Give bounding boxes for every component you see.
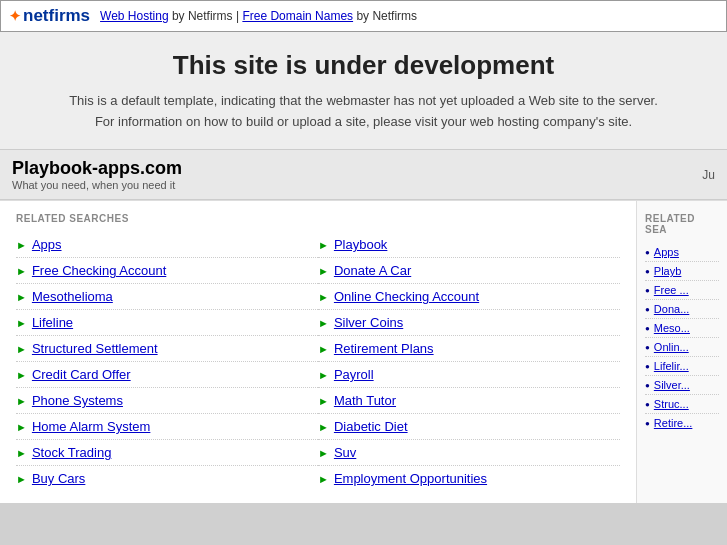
search-item: ►Math Tutor	[318, 388, 620, 414]
search-link[interactable]: Lifeline	[32, 315, 73, 330]
right-search-link[interactable]: Dona...	[654, 303, 689, 315]
arrow-icon: ►	[16, 421, 27, 433]
right-search-item: ●Free ...	[645, 281, 719, 300]
arrow-icon: ►	[318, 265, 329, 277]
logo-star: ✦	[9, 8, 21, 24]
under-dev-para2: For information on how to build or uploa…	[20, 114, 707, 129]
right-search-item: ●Retire...	[645, 414, 719, 432]
right-search-link[interactable]: Struc...	[654, 398, 689, 410]
search-item: ►Phone Systems	[16, 388, 318, 414]
search-item: ►Retirement Plans	[318, 336, 620, 362]
search-link[interactable]: Buy Cars	[32, 471, 85, 486]
search-link[interactable]: Apps	[32, 237, 62, 252]
arrow-icon: ►	[16, 239, 27, 251]
right-search-link[interactable]: Playb	[654, 265, 682, 277]
logo-text: netfirms	[23, 6, 90, 26]
web-hosting-link[interactable]: Web Hosting	[100, 9, 168, 23]
search-link[interactable]: Online Checking Account	[334, 289, 479, 304]
netfirms-logo[interactable]: ✦ netfirms	[9, 6, 90, 26]
search-item: ►Playbook	[318, 232, 620, 258]
left-panel: RELATED SEARCHES ►Apps►Free Checking Acc…	[0, 201, 637, 503]
search-link[interactable]: Suv	[334, 445, 356, 460]
search-item: ►Home Alarm System	[16, 414, 318, 440]
small-dot-icon: ●	[645, 305, 650, 314]
right-search-item: ●Apps	[645, 243, 719, 262]
arrow-icon: ►	[16, 265, 27, 277]
search-item: ►Payroll	[318, 362, 620, 388]
arrow-icon: ►	[16, 473, 27, 485]
main-content: Playbook-apps.com What you need, when yo…	[0, 150, 727, 503]
search-item: ►Lifeline	[16, 310, 318, 336]
searches-columns: ►Apps►Free Checking Account►Mesothelioma…	[16, 232, 620, 491]
site-title: Playbook-apps.com	[12, 158, 182, 179]
search-item: ►Employment Opportunities	[318, 466, 620, 491]
arrow-icon: ►	[318, 317, 329, 329]
arrow-icon: ►	[318, 473, 329, 485]
search-link[interactable]: Mesothelioma	[32, 289, 113, 304]
arrow-icon: ►	[318, 343, 329, 355]
right-search-item: ●Onlin...	[645, 338, 719, 357]
search-link[interactable]: Stock Trading	[32, 445, 112, 460]
search-link[interactable]: Diabetic Diet	[334, 419, 408, 434]
under-development-section: This site is under development This is a…	[0, 32, 727, 150]
search-link[interactable]: Phone Systems	[32, 393, 123, 408]
search-item: ►Apps	[16, 232, 318, 258]
search-col-1: ►Apps►Free Checking Account►Mesothelioma…	[16, 232, 318, 491]
search-item: ►Mesothelioma	[16, 284, 318, 310]
arrow-icon: ►	[318, 421, 329, 433]
arrow-icon: ►	[16, 317, 27, 329]
right-search-link[interactable]: Silver...	[654, 379, 690, 391]
search-link[interactable]: Free Checking Account	[32, 263, 166, 278]
site-header-left: Playbook-apps.com What you need, when yo…	[12, 158, 182, 191]
right-items: ●Apps●Playb●Free ...●Dona...●Meso...●Onl…	[645, 243, 719, 432]
small-dot-icon: ●	[645, 286, 650, 295]
site-header-right: Ju	[702, 168, 715, 182]
related-searches-label: RELATED SEARCHES	[16, 213, 620, 224]
search-item: ►Buy Cars	[16, 466, 318, 491]
search-link[interactable]: Playbook	[334, 237, 387, 252]
search-item: ►Diabetic Diet	[318, 414, 620, 440]
right-search-item: ●Playb	[645, 262, 719, 281]
right-search-item: ●Struc...	[645, 395, 719, 414]
search-link[interactable]: Structured Settlement	[32, 341, 158, 356]
search-link[interactable]: Payroll	[334, 367, 374, 382]
free-domain-link[interactable]: Free Domain Names	[242, 9, 353, 23]
search-link[interactable]: Credit Card Offer	[32, 367, 131, 382]
search-item: ►Suv	[318, 440, 620, 466]
right-related-label: RELATED SEA	[645, 213, 719, 235]
search-link[interactable]: Donate A Car	[334, 263, 411, 278]
right-panel: RELATED SEA ●Apps●Playb●Free ...●Dona...…	[637, 201, 727, 503]
banner-suffix: by Netfirms	[356, 9, 417, 23]
arrow-icon: ►	[16, 369, 27, 381]
arrow-icon: ►	[318, 291, 329, 303]
search-link[interactable]: Math Tutor	[334, 393, 396, 408]
right-search-link[interactable]: Meso...	[654, 322, 690, 334]
search-item: ►Credit Card Offer	[16, 362, 318, 388]
small-dot-icon: ●	[645, 324, 650, 333]
right-search-link[interactable]: Apps	[654, 246, 679, 258]
small-dot-icon: ●	[645, 343, 650, 352]
search-link[interactable]: Employment Opportunities	[334, 471, 487, 486]
search-link[interactable]: Home Alarm System	[32, 419, 150, 434]
small-dot-icon: ●	[645, 267, 650, 276]
search-link[interactable]: Retirement Plans	[334, 341, 434, 356]
banner-separator: by Netfirms |	[172, 9, 242, 23]
arrow-icon: ►	[318, 369, 329, 381]
arrow-icon: ►	[16, 291, 27, 303]
right-search-link[interactable]: Onlin...	[654, 341, 689, 353]
right-search-link[interactable]: Lifelir...	[654, 360, 689, 372]
search-item: ►Online Checking Account	[318, 284, 620, 310]
search-link[interactable]: Silver Coins	[334, 315, 403, 330]
search-col-2: ►Playbook►Donate A Car►Online Checking A…	[318, 232, 620, 491]
right-search-item: ●Meso...	[645, 319, 719, 338]
small-dot-icon: ●	[645, 419, 650, 428]
small-dot-icon: ●	[645, 362, 650, 371]
small-dot-icon: ●	[645, 381, 650, 390]
right-search-link[interactable]: Free ...	[654, 284, 689, 296]
site-tagline: What you need, when you need it	[12, 179, 182, 191]
top-banner: ✦ netfirms Web Hosting by Netfirms | Fre…	[0, 0, 727, 32]
right-search-link[interactable]: Retire...	[654, 417, 693, 429]
searches-wrapper: RELATED SEARCHES ►Apps►Free Checking Acc…	[0, 201, 727, 503]
right-search-item: ●Dona...	[645, 300, 719, 319]
search-item: ►Free Checking Account	[16, 258, 318, 284]
